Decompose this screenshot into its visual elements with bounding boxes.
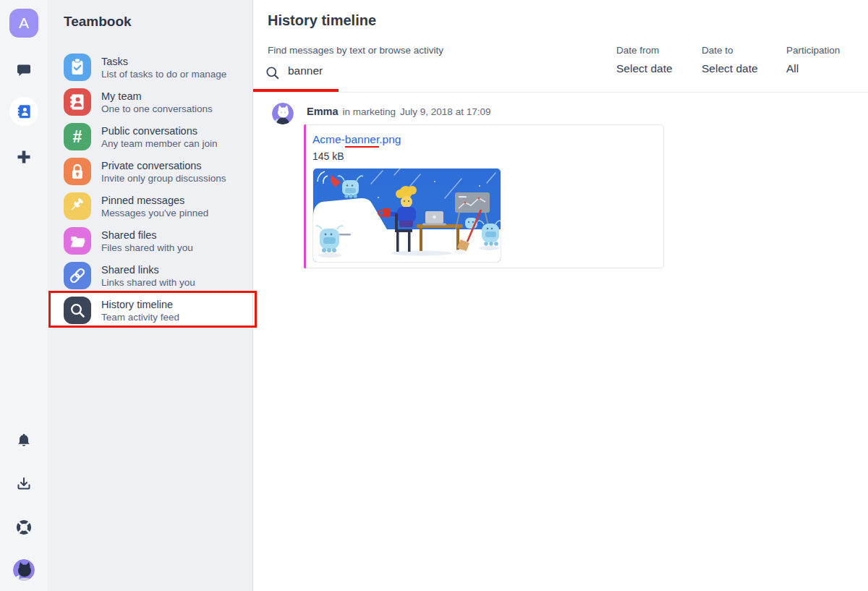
sidebar-item-public-conversations[interactable]: # Public conversations Any team member c…	[48, 119, 252, 154]
chat-button[interactable]	[15, 61, 33, 79]
sidebar-item-sublabel: List of tasks to do or manage	[101, 69, 226, 80]
sidebar-item-sublabel: Any team member can join	[101, 138, 218, 149]
sidebar-item-label: Pinned messages	[101, 195, 208, 206]
sidebar: Teambook Tasks List of tasks to do or ma…	[48, 0, 253, 591]
sidebar-item-label: Tasks	[101, 56, 226, 67]
sidebar-item-sublabel: Team activity feed	[101, 312, 179, 323]
message-channel: in marketing	[343, 106, 396, 117]
chain-link-icon	[64, 262, 91, 289]
plus-icon	[15, 148, 33, 166]
message-author: Emma	[307, 106, 339, 117]
file-name-part: Acme-	[312, 133, 345, 145]
filter-label: Participation	[786, 45, 840, 56]
file-attachment-card: Acme-banner.png 145 kB	[304, 124, 664, 268]
author-avatar[interactable]	[272, 103, 294, 124]
search-input[interactable]	[286, 64, 489, 78]
sidebar-item-sublabel: Links shared with you	[101, 277, 195, 288]
message-timestamp: July 9, 2018 at 17:09	[400, 106, 490, 117]
sidebar-item-sublabel: Messages you've pinned	[101, 208, 208, 218]
sidebar-item-pinned-messages[interactable]: Pinned messages Messages you've pinned	[48, 189, 252, 224]
file-thumbnail[interactable]	[312, 168, 501, 263]
address-book-icon	[64, 88, 91, 116]
clipboard-check-icon	[64, 54, 91, 81]
sidebar-item-history-timeline[interactable]: History timeline Team activity feed	[48, 293, 252, 328]
file-size: 145 kB	[312, 150, 655, 162]
download-icon	[15, 475, 33, 493]
file-name-link[interactable]: Acme-banner.png	[312, 133, 401, 146]
date-from-select[interactable]: Select date	[616, 62, 673, 75]
user-avatar[interactable]	[13, 559, 35, 581]
participation-select[interactable]: All	[786, 62, 840, 75]
notifications-button[interactable]	[15, 433, 33, 450]
search-icon	[265, 66, 280, 80]
page-title: History timeline	[268, 12, 376, 29]
sidebar-item-label: Private conversations	[101, 160, 226, 171]
hash-icon: #	[64, 123, 91, 150]
banner-illustration	[313, 169, 501, 262]
sidebar-item-shared-links[interactable]: Shared links Links shared with you	[48, 258, 252, 293]
bell-icon	[15, 433, 33, 450]
lifebuoy-icon	[15, 519, 33, 536]
downloads-button[interactable]	[15, 475, 33, 493]
svg-text:#: #	[73, 127, 82, 146]
pushpin-icon	[64, 192, 91, 220]
add-button[interactable]	[15, 148, 33, 166]
filter-label: Date to	[702, 45, 758, 56]
sidebar-title: Teambook	[48, 0, 252, 30]
sidebar-item-label: Shared files	[101, 229, 193, 241]
search-label: Find messages by text or browse activity	[268, 45, 443, 56]
search-results: Emmain marketingJuly 9, 2018 at 17:09 Ac…	[253, 93, 868, 590]
annotation-underline-banner: banner	[345, 133, 379, 148]
magnifier-icon	[64, 297, 91, 324]
annotation-underline-search	[253, 89, 339, 92]
filter-label: Date from	[616, 45, 673, 56]
app-logo[interactable]: A	[9, 9, 38, 38]
author-avatar-image	[272, 103, 294, 124]
sidebar-item-sublabel: One to one conversations	[101, 103, 213, 114]
sidebar-item-label: Public conversations	[101, 125, 218, 137]
main-panel: History timeline Find messages by text o…	[253, 0, 868, 591]
app-window: A	[0, 0, 868, 591]
sidebar-item-sublabel: Files shared with you	[101, 242, 193, 253]
sidebar-item-private-conversations[interactable]: Private conversations Invite only group …	[48, 154, 252, 189]
contacts-book-icon	[15, 103, 33, 120]
file-name-part: .png	[379, 133, 401, 145]
sidebar-list: Tasks List of tasks to do or manage	[48, 50, 252, 328]
user-avatar-image	[13, 559, 35, 581]
main-header: History timeline Find messages by text o…	[253, 0, 868, 93]
contacts-button[interactable]	[9, 97, 38, 126]
lock-icon	[64, 158, 91, 185]
app-logo-letter: A	[19, 14, 29, 32]
filter-participation: Participation All	[786, 45, 840, 75]
sidebar-item-tasks[interactable]: Tasks List of tasks to do or manage	[48, 50, 252, 85]
sidebar-item-label: History timeline	[101, 299, 179, 310]
filter-date-from: Date from Select date	[616, 45, 673, 75]
sidebar-item-label: Shared links	[101, 264, 195, 276]
sidebar-item-my-team[interactable]: My team One to one conversations	[48, 85, 252, 119]
date-to-select[interactable]: Select date	[702, 62, 758, 75]
sidebar-item-sublabel: Invite only group discussions	[101, 173, 226, 184]
filter-date-to: Date to Select date	[702, 45, 758, 75]
chat-bubble-icon	[15, 61, 33, 79]
sidebar-item-shared-files[interactable]: Shared files Files shared with you	[48, 224, 252, 258]
card-accent-bar	[304, 124, 306, 268]
message-header: Emmain marketingJuly 9, 2018 at 17:09	[307, 106, 490, 117]
help-button[interactable]	[15, 519, 33, 536]
app-rail: A	[0, 0, 48, 591]
sidebar-item-label: My team	[101, 90, 213, 102]
folder-open-icon	[64, 227, 91, 255]
